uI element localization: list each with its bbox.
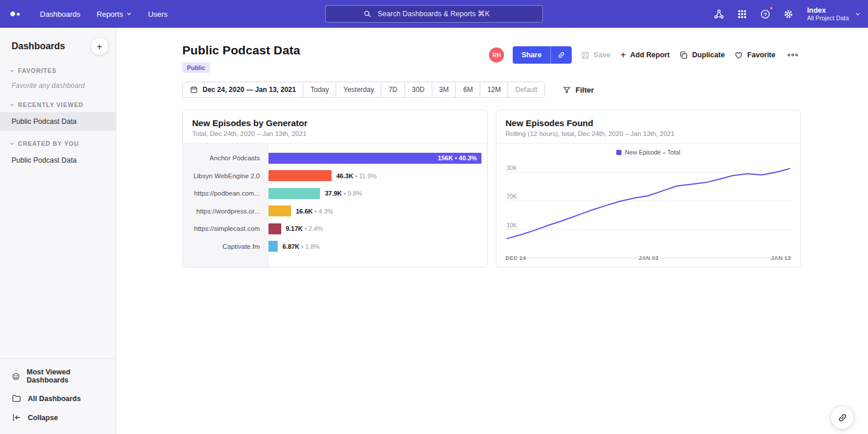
bar-chart: Anchor PodcastsLibsyn WebEngine 2.0https… — [183, 144, 487, 267]
preset-default[interactable]: Default — [508, 82, 544, 97]
filter-label: Filter — [576, 86, 594, 94]
apps-grid-icon — [737, 9, 747, 19]
bar-category-label: https://podbean.com... — [183, 185, 268, 203]
sidebar-footer: Most Viewed DashboardsAll DashboardsColl… — [0, 358, 116, 434]
nav-item-dashboards[interactable]: Dashboards — [34, 6, 87, 22]
favorite-button[interactable]: Favorite — [734, 49, 776, 62]
nav-item-reports[interactable]: Reports — [90, 6, 138, 22]
search-bar[interactable] — [325, 5, 543, 23]
line-series[interactable] — [507, 168, 790, 238]
bar-value-label: 9.17K • 2.4% — [286, 225, 323, 232]
bar-category-label: https://wordpress.or... — [183, 203, 268, 220]
favorite-label: Favorite — [747, 51, 775, 59]
sidebar-item-public-podcast-data[interactable]: Public Podcast Data — [0, 151, 116, 170]
bar-row: 16.6K • 4.3% — [269, 203, 487, 220]
footer-item-most-viewed-dashboards[interactable]: Most Viewed Dashboards — [0, 363, 116, 389]
add-report-label: Add Report — [630, 51, 670, 59]
search-input[interactable] — [377, 9, 505, 19]
project-picker[interactable]: Index All Project Data — [807, 6, 861, 21]
project-scope: All Project Data — [807, 14, 849, 21]
y-axis-tick-label: 10K — [507, 222, 517, 229]
legend-label: New Episode – Total — [625, 149, 681, 156]
primary-nav: DashboardsReportsUsers — [34, 6, 174, 22]
section-header-favorites[interactable]: FAVORITES — [0, 58, 116, 78]
more-icon — [787, 52, 799, 58]
add-report-button[interactable]: + Add Report — [620, 49, 670, 62]
chevron-down-icon — [9, 102, 14, 108]
chevron-down-icon — [9, 141, 14, 146]
sidebar: Dashboards + FAVORITESFavorite any dashb… — [0, 28, 116, 434]
most-viewed-icon — [12, 372, 20, 381]
bar-row: 37.9K • 9.8% — [269, 185, 487, 203]
bar-category-label: Libsyn WebEngine 2.0 — [183, 167, 268, 185]
preset-3m[interactable]: 3M — [432, 82, 457, 97]
preset-6m[interactable]: 6M — [456, 82, 480, 97]
card-subtitle: Rolling (12 hours), total, Dec 24th, 202… — [506, 130, 792, 137]
bar-https-simplecast-com[interactable] — [269, 223, 281, 234]
bar-value-label: 46.3K • 11.9% — [336, 172, 377, 179]
nav-item-users[interactable]: Users — [142, 6, 174, 22]
share-button[interactable]: Share — [513, 46, 550, 64]
section-header-recently-viewed[interactable]: RECENTLY VIEWED — [0, 92, 116, 112]
toolbar: Dec 24, 2020 — Jan 13, 2021 TodayYesterd… — [116, 73, 868, 98]
avatar[interactable]: RH — [489, 47, 504, 62]
bar-libsyn-webengine-2-0[interactable] — [269, 170, 332, 181]
footer-item-label: Most Viewed Dashboards — [27, 368, 104, 384]
date-range-button[interactable]: Dec 24, 2020 — Jan 13, 2021 — [183, 82, 303, 97]
preset-7d[interactable]: 7D — [381, 82, 404, 97]
save-label: Save — [594, 51, 610, 59]
preset-yesterday[interactable]: Yesterday — [336, 82, 381, 97]
bar-value-label: 6.87K • 1.8% — [282, 243, 319, 250]
calendar-icon — [190, 86, 198, 94]
app-logo[interactable] — [10, 12, 20, 16]
filter-button[interactable]: Filter — [562, 86, 594, 94]
chart-legend: New Episode – Total — [496, 144, 801, 156]
bar-value-label: 156K • 40.3% — [438, 155, 481, 161]
preset-12m[interactable]: 12M — [480, 82, 508, 97]
save-button[interactable]: Save — [580, 49, 611, 62]
share-link-fab[interactable] — [830, 406, 854, 429]
nav-item-label: Users — [148, 10, 168, 19]
apps-grid-button[interactable] — [733, 5, 752, 23]
bar-row: 9.17K • 2.4% — [269, 220, 487, 238]
footer-item-collapse[interactable]: Collapse — [0, 408, 116, 427]
notification-badge — [769, 6, 774, 10]
link-icon — [837, 413, 848, 423]
sidebar-item-public-podcast-data[interactable]: Public Podcast Data — [0, 112, 116, 131]
date-controls: Dec 24, 2020 — Jan 13, 2021 TodayYesterd… — [182, 82, 545, 98]
more-options-button[interactable] — [785, 49, 801, 61]
preset-today[interactable]: Today — [303, 82, 336, 97]
section-header-created-by-you[interactable]: CREATED BY YOU — [0, 131, 116, 151]
line-chart-svg — [506, 160, 792, 259]
link-icon — [557, 51, 565, 59]
bar-row: 156K • 40.3% — [269, 149, 487, 167]
settings-gear-icon — [783, 9, 794, 20]
card-subtitle: Total, Dec 24th, 2020 – Jan 13th, 2021 — [192, 130, 478, 137]
search-icon — [363, 10, 372, 18]
settings-button[interactable] — [779, 5, 798, 23]
chevron-down-icon — [9, 68, 14, 73]
plus-icon: + — [620, 50, 626, 60]
bar-chart-labels: Anchor PodcastsLibsyn WebEngine 2.0https… — [183, 144, 269, 267]
bar-value-label: 16.6K • 4.3% — [296, 208, 333, 215]
integrations-button[interactable] — [710, 5, 729, 23]
bar-https-wordpress-or[interactable] — [269, 205, 291, 216]
share-link-button[interactable] — [550, 46, 572, 64]
bar-category-label: Anchor Podcasts — [183, 149, 268, 167]
share-group: Share — [513, 46, 572, 64]
bar-captivate-fm[interactable] — [269, 241, 278, 252]
legend-swatch — [616, 150, 621, 155]
page-title: Public Podcast Data — [182, 43, 300, 57]
bar-row: 6.87K • 1.8% — [269, 238, 487, 256]
y-axis-tick-label: 20K — [507, 193, 517, 200]
preset-30d[interactable]: 30D — [405, 82, 432, 97]
help-button[interactable]: ? — [756, 5, 775, 23]
add-dashboard-button[interactable]: + — [90, 37, 109, 56]
duplicate-button[interactable]: Duplicate — [679, 49, 725, 62]
bar-anchor-podcasts[interactable]: 156K • 40.3% — [269, 153, 481, 164]
footer-item-all-dashboards[interactable]: All Dashboards — [0, 389, 116, 408]
card-title: New Episodes by Generator — [192, 118, 478, 128]
bar-row: 46.3K • 11.9% — [269, 167, 487, 185]
bar-https-podbean-com[interactable] — [269, 188, 320, 199]
bar-category-label: Captivate.fm — [183, 238, 268, 256]
